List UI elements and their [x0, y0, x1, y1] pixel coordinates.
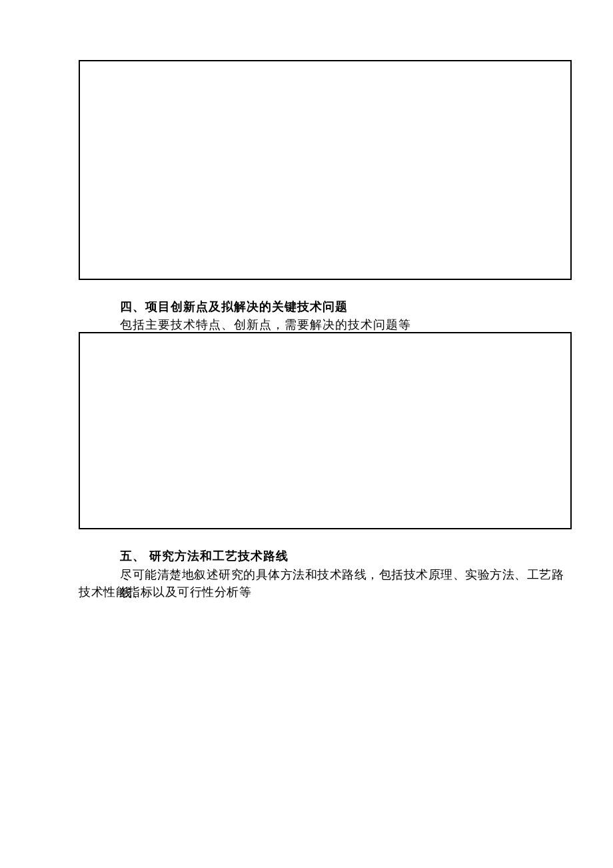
- section-5-description-line-2: 技术性能指标以及可行性分析等: [79, 584, 251, 600]
- content-box-section-4: [79, 332, 572, 529]
- section-4-heading: 四、项目创新点及拟解决的关键技术问题: [120, 299, 348, 315]
- content-box-section-3: [79, 60, 572, 280]
- section-4-description: 包括主要技术特点、创新点，需要解决的技术问题等: [120, 317, 411, 333]
- section-5-heading: 五、 研究方法和工艺技术路线: [120, 548, 289, 564]
